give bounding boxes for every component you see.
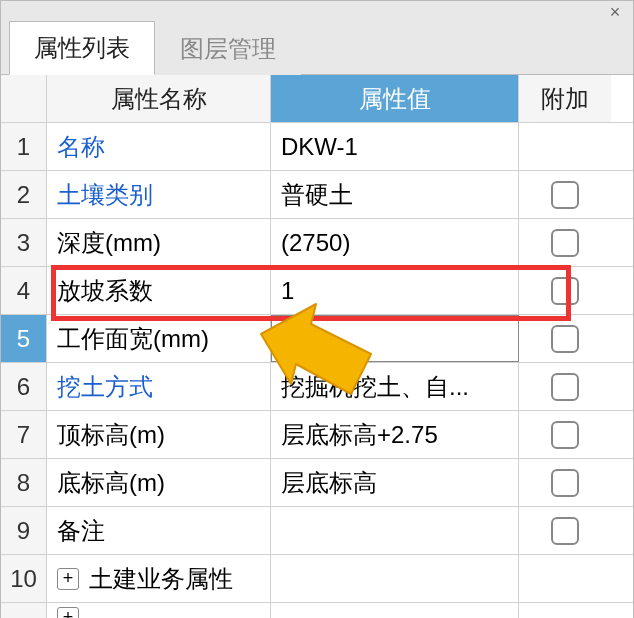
property-value-cell[interactable]: [271, 315, 519, 362]
table-row: 1名称DKW-1: [1, 123, 633, 171]
table-row: 2土壤类别普硬土: [1, 171, 633, 219]
table-row: 8底标高(m)层底标高: [1, 459, 633, 507]
property-value-cell[interactable]: 层底标高: [271, 459, 519, 506]
table-row: 7顶标高(m)层底标高+2.75: [1, 411, 633, 459]
extra-cell: [519, 459, 611, 506]
extra-checkbox[interactable]: [551, 229, 579, 257]
extra-cell: [519, 603, 611, 618]
property-value-cell[interactable]: [271, 507, 519, 554]
tab-properties[interactable]: 属性列表: [9, 21, 155, 75]
row-number: [1, 603, 47, 618]
property-name: 名称: [57, 131, 105, 163]
properties-panel: × 属性列表 图层管理 属性名称 属性值 附加 1名称DKW-12土壤类别普硬土…: [0, 0, 634, 618]
property-name-cell: +: [47, 603, 271, 618]
property-name: 工作面宽(mm): [57, 323, 209, 355]
table-row: 9备注: [1, 507, 633, 555]
property-name: 挖土方式: [57, 371, 153, 403]
row-number: 7: [1, 411, 47, 458]
property-name-cell[interactable]: 顶标高(m): [47, 411, 271, 458]
extra-checkbox[interactable]: [551, 469, 579, 497]
property-value-cell[interactable]: 普硬土: [271, 171, 519, 218]
row-number: 3: [1, 219, 47, 266]
extra-checkbox[interactable]: [551, 373, 579, 401]
property-value-cell[interactable]: 挖掘机挖土、自...: [271, 363, 519, 410]
extra-cell: [519, 123, 611, 170]
header-value: 属性值: [271, 75, 519, 122]
property-name-cell[interactable]: +土建业务属性: [47, 555, 271, 602]
extra-checkbox[interactable]: [551, 277, 579, 305]
row-number: 5: [1, 315, 47, 362]
row-number: 10: [1, 555, 47, 602]
property-name: 底标高(m): [57, 467, 165, 499]
row-number: 9: [1, 507, 47, 554]
property-name-cell[interactable]: 土壤类别: [47, 171, 271, 218]
row-number: 4: [1, 267, 47, 314]
property-name-cell[interactable]: 挖土方式: [47, 363, 271, 410]
table-row: +: [1, 603, 633, 618]
expand-icon[interactable]: +: [57, 568, 79, 590]
property-name: 顶标高(m): [57, 419, 165, 451]
table-row: 6挖土方式挖掘机挖土、自...: [1, 363, 633, 411]
close-icon[interactable]: ×: [605, 1, 625, 23]
property-name-cell[interactable]: 深度(mm): [47, 219, 271, 266]
property-name-cell[interactable]: 放坡系数: [47, 267, 271, 314]
property-name: 深度(mm): [57, 227, 161, 259]
row-number: 6: [1, 363, 47, 410]
extra-checkbox[interactable]: [551, 181, 579, 209]
tab-bar: 属性列表 图层管理: [1, 27, 633, 75]
property-value-cell[interactable]: (2750): [271, 219, 519, 266]
row-number: 2: [1, 171, 47, 218]
property-value-cell[interactable]: DKW-1: [271, 123, 519, 170]
property-grid: 属性名称 属性值 附加 1名称DKW-12土壤类别普硬土3深度(mm)(2750…: [1, 75, 633, 618]
property-value-cell[interactable]: 层底标高+2.75: [271, 411, 519, 458]
extra-cell: [519, 219, 611, 266]
property-value-cell[interactable]: 1: [271, 267, 519, 314]
extra-cell: [519, 267, 611, 314]
tab-layers[interactable]: 图层管理: [155, 22, 301, 75]
row-number: 1: [1, 123, 47, 170]
extra-checkbox[interactable]: [551, 421, 579, 449]
row-number: 8: [1, 459, 47, 506]
property-value-cell[interactable]: [271, 603, 519, 618]
extra-cell: [519, 555, 611, 602]
property-name: 备注: [57, 515, 105, 547]
extra-cell: [519, 315, 611, 362]
extra-cell: [519, 363, 611, 410]
property-name-cell[interactable]: 工作面宽(mm): [47, 315, 271, 362]
extra-cell: [519, 171, 611, 218]
property-name: 土建业务属性: [89, 563, 233, 595]
property-name: 放坡系数: [57, 275, 153, 307]
extra-checkbox[interactable]: [551, 517, 579, 545]
table-row: 10+土建业务属性: [1, 555, 633, 603]
expand-icon[interactable]: +: [57, 607, 79, 619]
extra-cell: [519, 411, 611, 458]
table-row: 3深度(mm)(2750): [1, 219, 633, 267]
property-value-cell[interactable]: [271, 555, 519, 602]
header-name: 属性名称: [47, 75, 271, 122]
header-row: 属性名称 属性值 附加: [1, 75, 633, 123]
header-ext: 附加: [519, 75, 611, 122]
property-name-cell[interactable]: 名称: [47, 123, 271, 170]
table-row: 4放坡系数1: [1, 267, 633, 315]
property-name: 土壤类别: [57, 179, 153, 211]
table-row: 5工作面宽(mm): [1, 315, 633, 363]
extra-checkbox[interactable]: [551, 325, 579, 353]
property-name-cell[interactable]: 备注: [47, 507, 271, 554]
property-name-cell[interactable]: 底标高(m): [47, 459, 271, 506]
header-rownum: [1, 75, 47, 122]
extra-cell: [519, 507, 611, 554]
